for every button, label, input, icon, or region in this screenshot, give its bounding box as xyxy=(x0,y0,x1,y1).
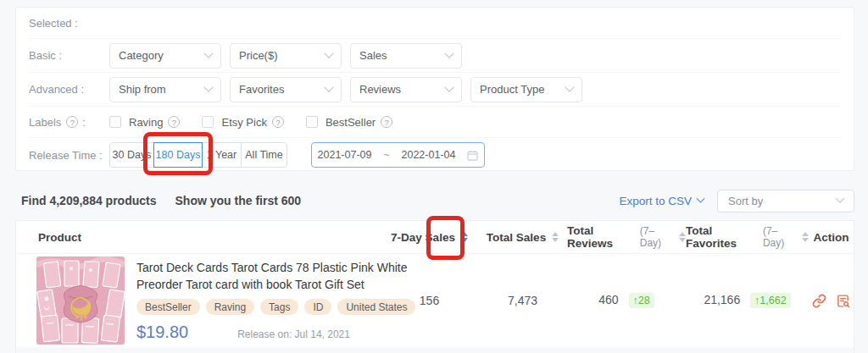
results-count: Find 4,209,884 products xyxy=(21,194,157,207)
help-icon[interactable] xyxy=(66,116,78,128)
release-time-row: Release Time : 30 Days 180 Days 1 Year A… xyxy=(29,138,841,172)
results-bar: Find 4,209,884 products Show you the fir… xyxy=(15,188,854,213)
basic-label: Basic : xyxy=(29,49,109,62)
sort-by-value: Sort by xyxy=(728,195,763,207)
sort-icon[interactable] xyxy=(679,232,686,242)
product-report-icon[interactable] xyxy=(836,294,850,308)
sort-icon[interactable] xyxy=(802,232,809,242)
price-dropdown[interactable]: Price($) xyxy=(230,43,342,69)
labels-colon: : xyxy=(82,116,86,129)
selected-row: Selected : xyxy=(29,8,841,39)
results-actions: Export to CSV Sort by xyxy=(619,190,854,212)
checkbox-label: Etsy Pick xyxy=(221,116,266,129)
checkbox-icon[interactable] xyxy=(306,116,318,128)
action-cell xyxy=(809,294,854,308)
etsy-pick-checkbox-item[interactable]: Etsy Pick xyxy=(202,116,283,129)
column-header-7-day-sales: 7-Day Sales xyxy=(381,231,478,244)
filter-panel: Selected : Basic : Category Price($) Sal… xyxy=(15,7,854,171)
seven-day-sales-value: 156 xyxy=(381,294,478,307)
bestseller-checkbox-item[interactable]: BestSeller xyxy=(306,116,392,129)
chevron-down-icon xyxy=(835,194,844,203)
product-type-dropdown[interactable]: Product Type xyxy=(470,77,582,102)
column-header-total-reviews: Total Reviews (7–Day) xyxy=(567,224,686,250)
chevron-down-icon xyxy=(203,82,213,91)
external-link-icon[interactable] xyxy=(812,294,826,308)
table-header-row: Product 7-Day Sales Total Sales Total Re… xyxy=(16,221,854,254)
help-icon[interactable] xyxy=(272,116,284,128)
badge-tags: Tags xyxy=(260,299,298,315)
chevron-down-icon xyxy=(565,82,574,91)
category-dropdown[interactable]: Category xyxy=(109,43,221,69)
raving-checkbox-item[interactable]: Raving xyxy=(109,116,180,129)
product-cell: Tarot Deck Cards Tarot Cards 78 Plastic … xyxy=(16,256,381,345)
advanced-label: Advanced : xyxy=(29,83,109,96)
reviews-dropdown[interactable]: Reviews xyxy=(350,77,462,102)
product-thumbnail[interactable] xyxy=(36,256,125,345)
release-date: Release on: Jul 14, 2021 xyxy=(237,328,350,340)
sort-icon[interactable] xyxy=(552,232,559,242)
results-summary: Find 4,209,884 products Show you the fir… xyxy=(15,194,301,207)
favorites-delta-badge: ↑1,662 xyxy=(750,293,791,308)
calendar-icon xyxy=(467,150,478,161)
export-label: Export to CSV xyxy=(619,195,692,207)
chevron-down-icon xyxy=(324,48,333,58)
selected-label: Selected : xyxy=(29,17,109,30)
release-1-year-button[interactable]: 1 Year xyxy=(202,142,242,168)
dropdown-value: Sales xyxy=(359,49,387,62)
labels-label-text: Labels xyxy=(29,116,61,129)
labels-filter-row: Labels : Raving Etsy Pick BestSeller xyxy=(29,107,841,138)
total-favorites-value: 21,166 xyxy=(704,293,740,306)
release-all-time-button[interactable]: All Time xyxy=(241,142,287,168)
dropdown-value: Price($) xyxy=(239,49,278,62)
dropdown-value: Category xyxy=(119,49,164,62)
total-reviews-cell: 460 ↑28 xyxy=(567,293,686,308)
badge-raving: Raving xyxy=(206,299,254,315)
date-range-picker[interactable]: 2021-07-09 ~ 2022-01-04 xyxy=(311,142,485,168)
sort-by-dropdown[interactable]: Sort by xyxy=(717,190,854,212)
favorites-dropdown[interactable]: Favorites xyxy=(230,77,342,102)
total-favorites-cell: 21,166 ↑1,662 xyxy=(686,293,809,308)
checkbox-icon[interactable] xyxy=(109,116,121,128)
chevron-down-icon xyxy=(203,48,213,58)
ship-from-dropdown[interactable]: Ship from xyxy=(109,77,221,102)
advanced-filter-row: Advanced : Ship from Favorites Reviews P… xyxy=(29,73,841,107)
column-header-action: Action xyxy=(809,231,854,244)
column-header-total-sales: Total Sales xyxy=(478,231,567,244)
sort-icon[interactable] xyxy=(461,232,468,242)
results-shown: Show you the first 600 xyxy=(175,194,302,207)
badge-id: ID xyxy=(304,299,331,315)
release-180-days-button[interactable]: 180 Days xyxy=(153,142,203,168)
date-separator: ~ xyxy=(383,149,389,161)
column-header-total-favorites: Total Favorites (7–Day) xyxy=(686,224,809,250)
badge-bestseller: BestSeller xyxy=(136,299,200,315)
dropdown-value: Ship from xyxy=(119,83,166,96)
sales-dropdown[interactable]: Sales xyxy=(350,43,462,69)
checkbox-label: BestSeller xyxy=(326,116,376,129)
column-label: Total Favorites xyxy=(686,224,760,250)
product-research-screen: Selected : Basic : Category Price($) Sal… xyxy=(0,0,868,353)
chevron-down-icon xyxy=(444,48,453,58)
date-from-value[interactable]: 2021-07-09 xyxy=(318,149,372,161)
export-to-csv-button[interactable]: Export to CSV xyxy=(619,195,704,207)
products-table: Product 7-Day Sales Total Sales Total Re… xyxy=(15,220,854,353)
help-icon[interactable] xyxy=(168,116,180,128)
column-header-product: Product xyxy=(16,231,381,244)
product-info: Tarot Deck Cards Tarot Cards 78 Plastic … xyxy=(136,259,415,343)
dropdown-value: Product Type xyxy=(480,83,544,96)
dropdown-value: Favorites xyxy=(239,83,284,96)
chevron-down-icon xyxy=(324,82,333,91)
product-title[interactable]: Tarot Deck Cards Tarot Cards 78 Plastic … xyxy=(136,259,415,294)
tarot-product-image xyxy=(36,256,125,345)
checkbox-label: Raving xyxy=(129,116,163,129)
release-30-days-button[interactable]: 30 Days xyxy=(109,142,154,168)
price-line: $19.80 Release on: Jul 14, 2021 xyxy=(136,323,415,342)
checkbox-icon[interactable] xyxy=(202,116,214,128)
help-icon[interactable] xyxy=(381,116,392,128)
column-label: Total Sales xyxy=(487,231,546,244)
product-badges: BestSeller Raving Tags ID United States xyxy=(136,299,415,315)
product-price: $19.80 xyxy=(136,323,188,342)
column-label-suffix: (7–Day) xyxy=(763,225,796,249)
column-label: Total Reviews xyxy=(567,224,637,250)
date-to-value[interactable]: 2022-01-04 xyxy=(402,149,456,161)
column-label-suffix: (7–Day) xyxy=(640,225,673,249)
